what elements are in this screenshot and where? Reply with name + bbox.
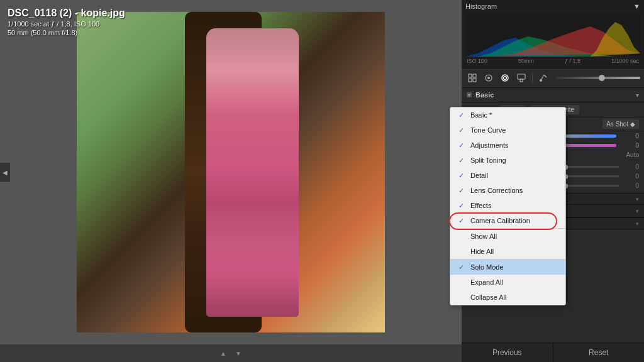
- exposure-slider[interactable]: [555, 77, 640, 79]
- tool-eyedropper-icon[interactable]: [536, 71, 550, 85]
- menu-item-lens_corrections[interactable]: ✓Lens Corrections: [450, 183, 565, 198]
- menu-label-solo_mode: Solo Mode: [470, 263, 559, 271]
- histogram-section: Histogram ▼ ISO 100 50mm ƒ / 1,8 1/1000: [462, 0, 644, 69]
- menu-check-effects: ✓: [457, 201, 465, 210]
- photo-info: DSC_0118 (2) - kopie.jpg 1/1000 sec at ƒ…: [8, 8, 125, 36]
- hist-label-iso: ISO 100: [467, 58, 487, 64]
- menu-item-collapse_all[interactable]: Collapse All: [450, 290, 565, 305]
- menu-item-adjustments[interactable]: ✓Adjustments: [450, 138, 565, 153]
- menu-item-basic[interactable]: ✓Basic *: [450, 107, 565, 123]
- menu-label-camera_calibration: Camera Calibration: [470, 217, 559, 224]
- menu-item-hide_all[interactable]: Hide All: [450, 244, 565, 259]
- tone-curve-menu-icon[interactable]: ▾: [636, 196, 639, 202]
- svg-point-7: [502, 75, 508, 81]
- hsl-menu-icon[interactable]: ▾: [636, 208, 639, 214]
- menu-check-lens_corrections: ✓: [457, 186, 465, 195]
- menu-item-camera_calibration[interactable]: ✓Camera Calibration: [450, 213, 565, 228]
- basic-panel-title: Basic: [475, 91, 494, 99]
- svg-line-11: [544, 75, 547, 77]
- basic-panel-toggle[interactable]: ▼: [467, 92, 472, 97]
- tool-brush-icon[interactable]: [514, 71, 528, 85]
- tool-crop-icon[interactable]: [482, 71, 496, 85]
- tint-slider-value: 0: [620, 142, 639, 149]
- menu-check-expand_all: [457, 278, 465, 287]
- as-shot-label: As Shot ◆: [606, 121, 635, 128]
- menu-check-camera_calibration: ✓: [457, 216, 465, 225]
- svg-rect-10: [520, 79, 523, 82]
- menu-label-basic: Basic *: [470, 111, 559, 119]
- histogram-header: Histogram ▼: [465, 3, 640, 10]
- menu-item-expand_all[interactable]: Expand All: [450, 275, 565, 290]
- menu-item-split_toning[interactable]: ✓Split Toning: [450, 153, 565, 168]
- menu-label-detail: Detail: [470, 172, 559, 179]
- menu-label-lens_corrections: Lens Corrections: [470, 187, 559, 194]
- nav-up-icon[interactable]: ▲: [218, 348, 228, 358]
- histogram-canvas: [465, 13, 640, 57]
- basic-panel-header[interactable]: ▼ Basic ▾: [462, 88, 644, 102]
- menu-check-solo_mode: ✓: [457, 263, 465, 272]
- menu-check-collapse_all: [457, 293, 465, 302]
- clarity-value: 0: [621, 163, 639, 170]
- vibrance-value: 0: [621, 173, 639, 180]
- reset-button[interactable]: Reset: [553, 343, 645, 362]
- menu-label-split_toning: Split Toning: [470, 156, 559, 164]
- svg-point-8: [504, 77, 507, 80]
- svg-point-13: [540, 79, 542, 82]
- nav-arrow-left[interactable]: ◀: [0, 163, 10, 182]
- tool-healing-icon[interactable]: [498, 71, 512, 85]
- bottom-nav: ▲ ▼: [0, 344, 462, 362]
- photo-area: DSC_0118 (2) - kopie.jpg 1/1000 sec at ƒ…: [0, 0, 462, 344]
- tool-grid-icon[interactable]: [465, 71, 479, 85]
- menu-label-effects: Effects: [470, 202, 559, 209]
- menu-item-show_all[interactable]: Show All: [450, 228, 565, 244]
- menu-item-tone_curve[interactable]: ✓Tone Curve: [450, 123, 565, 138]
- menu-check-adjustments: ✓: [457, 141, 465, 150]
- as-shot-dropdown[interactable]: As Shot ◆: [602, 119, 639, 129]
- histogram-menu-icon[interactable]: ▼: [633, 3, 640, 10]
- photo-lens: 50 mm (50.0 mm f/1.8): [8, 29, 125, 36]
- svg-rect-9: [518, 74, 525, 79]
- svg-rect-2: [473, 74, 476, 77]
- bottom-buttons: Previous Reset: [462, 343, 644, 362]
- context-menu: ✓Basic *✓Tone Curve✓Adjustments✓Split To…: [450, 107, 566, 305]
- basic-panel-menu-icon[interactable]: ▾: [636, 92, 639, 99]
- menu-label-hide_all: Hide All: [470, 248, 559, 255]
- menu-label-collapse_all: Collapse All: [470, 293, 559, 301]
- svg-rect-1: [469, 74, 472, 77]
- temp-slider-value: 0: [620, 133, 639, 140]
- photo-shutter: 1/1000 sec at ƒ / 1,8, ISO 100: [8, 20, 125, 28]
- menu-check-tone_curve: ✓: [457, 126, 465, 134]
- menu-item-detail[interactable]: ✓Detail: [450, 168, 565, 183]
- tool-separator: [532, 72, 533, 84]
- histogram-labels: ISO 100 50mm ƒ / 1,8 1/1000 sec: [465, 58, 640, 64]
- saturation-value: 0: [621, 182, 639, 189]
- photo-filename: DSC_0118 (2) - kopie.jpg: [8, 8, 125, 19]
- exposure-thumb: [599, 75, 605, 81]
- menu-label-tone_curve: Tone Curve: [470, 126, 559, 134]
- svg-point-6: [487, 77, 490, 79]
- svg-rect-4: [473, 79, 476, 82]
- menu-check-hide_all: [457, 247, 465, 256]
- nav-down-icon[interactable]: ▼: [233, 348, 243, 358]
- hist-label-aperture: ƒ / 1,8: [565, 58, 580, 64]
- menu-label-adjustments: Adjustments: [470, 141, 559, 149]
- menu-check-show_all: [457, 232, 465, 241]
- menu-label-expand_all: Expand All: [470, 278, 559, 286]
- menu-label-show_all: Show All: [470, 233, 559, 240]
- menu-check-split_toning: ✓: [457, 156, 465, 165]
- svg-rect-3: [469, 79, 472, 82]
- previous-button[interactable]: Previous: [462, 343, 553, 362]
- photo-image: [77, 12, 385, 332]
- menu-item-effects[interactable]: ✓Effects: [450, 198, 565, 213]
- histogram-title: Histogram: [465, 3, 497, 10]
- hist-label-shutter: 1/1000 sec: [611, 58, 639, 64]
- menu-check-basic: ✓: [457, 111, 465, 119]
- left-panel: DSC_0118 (2) - kopie.jpg 1/1000 sec at ƒ…: [0, 0, 462, 362]
- toolbar: [462, 69, 644, 88]
- menu-item-solo_mode[interactable]: ✓Solo Mode: [450, 259, 565, 275]
- menu-check-detail: ✓: [457, 171, 465, 180]
- hist-label-mm: 50mm: [518, 58, 534, 64]
- split-toning-menu-icon[interactable]: ▾: [636, 221, 639, 227]
